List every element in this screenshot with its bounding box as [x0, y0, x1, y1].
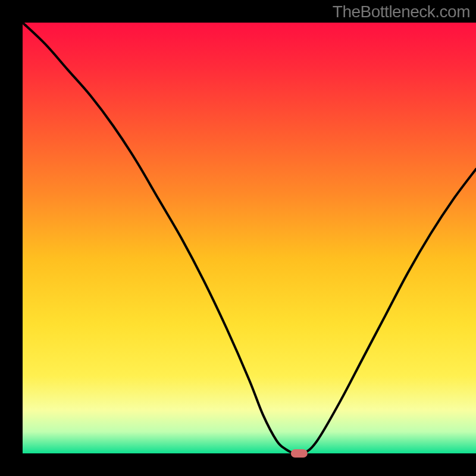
- watermark-label: TheBottleneck.com: [333, 2, 470, 21]
- plot-background: [23, 23, 476, 453]
- chart-container: TheBottleneck.com: [0, 0, 476, 476]
- bottleneck-chart: [0, 0, 476, 476]
- optimal-marker: [291, 449, 308, 458]
